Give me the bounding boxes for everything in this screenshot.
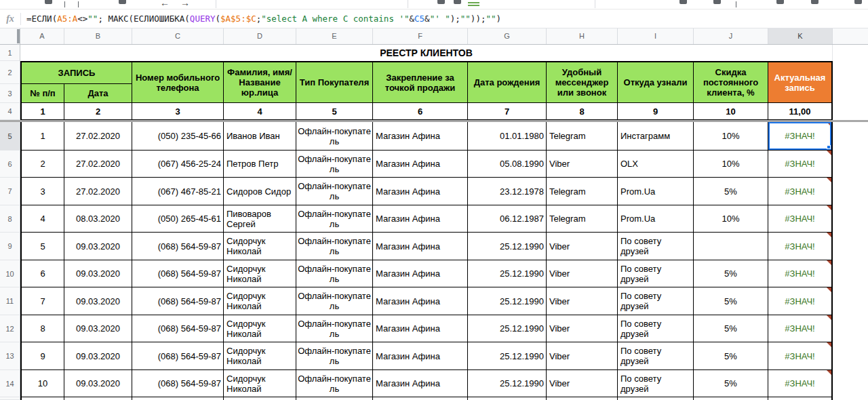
cell-K14[interactable]: #ЗНАЧ!: [768, 370, 833, 397]
header-discount[interactable]: Скидка постоянного клиента, %: [694, 61, 768, 103]
cell-F8[interactable]: Магазин Афина: [373, 205, 468, 233]
cell-E8[interactable]: Офлайн-покупатель: [296, 205, 373, 233]
cell-G15[interactable]: [468, 397, 547, 400]
cell-D14[interactable]: Сидорчук Николай: [224, 370, 296, 397]
row-header-9[interactable]: 9: [0, 233, 20, 260]
cell-A6[interactable]: 2: [20, 151, 64, 178]
cell-H4[interactable]: 8: [547, 103, 618, 120]
cell-F13[interactable]: Магазин Афина: [373, 342, 468, 370]
cell-K6[interactable]: #ЗНАЧ!: [768, 151, 833, 178]
cell-K11[interactable]: #ЗНАЧ!: [768, 287, 833, 315]
cell-A4[interactable]: 1: [20, 103, 64, 120]
row-header-15[interactable]: [0, 397, 20, 400]
cell-C6[interactable]: (067) 456-25-24: [132, 151, 224, 178]
cell-A12[interactable]: 8: [20, 315, 64, 342]
cell-C11[interactable]: (068) 564-59-87: [132, 287, 224, 315]
cell-A15[interactable]: [20, 397, 64, 400]
cell-E5[interactable]: Офлайн-покупатель: [296, 122, 373, 151]
cell-E13[interactable]: Офлайн-покупатель: [296, 342, 373, 370]
cell-I15[interactable]: [618, 397, 694, 400]
cell-D10[interactable]: Сидорчук Николай: [224, 260, 296, 287]
cell-B8[interactable]: 08.03.2020: [64, 205, 132, 233]
cell-F11[interactable]: Магазин Афина: [373, 287, 468, 315]
header-phone[interactable]: Номер мобильного телефона: [132, 61, 224, 103]
fill-handle[interactable]: [827, 145, 831, 149]
cell-B6[interactable]: 27.02.2020: [64, 151, 132, 178]
cell-K9[interactable]: #ЗНАЧ!: [768, 233, 833, 260]
cell-A14[interactable]: 10: [20, 370, 64, 397]
column-header-B[interactable]: B: [64, 28, 132, 44]
cell-E9[interactable]: Офлайн-покупатель: [296, 233, 373, 260]
right-arrow-icon[interactable]: →: [180, 0, 190, 8]
cell-I12[interactable]: По совету друзей: [618, 315, 694, 342]
cell-C10[interactable]: (068) 564-59-87: [132, 260, 224, 287]
cell-B10[interactable]: 09.03.2020: [64, 260, 132, 287]
cell-I13[interactable]: По совету друзей: [618, 342, 694, 370]
cell-E11[interactable]: Офлайн-покупатель: [296, 287, 373, 315]
cell-D12[interactable]: Сидорчук Николай: [224, 315, 296, 342]
cell-G7[interactable]: 23.12.1978: [468, 178, 547, 205]
toolbar-icon[interactable]: [45, 0, 52, 4]
cell-D9[interactable]: Сидорчук Николай: [224, 233, 296, 260]
cell-D5[interactable]: Иванов Иван: [224, 122, 296, 151]
cell-B13[interactable]: 09.03.2020: [64, 342, 132, 370]
column-header-I[interactable]: I: [618, 28, 694, 44]
cell-B9[interactable]: 09.03.2020: [64, 233, 132, 260]
header-birth[interactable]: Дата рождения: [468, 61, 547, 103]
cell-I4[interactable]: 9: [618, 103, 694, 120]
cell-G8[interactable]: 06.12.1987: [468, 205, 547, 233]
row-header-11[interactable]: 11: [0, 287, 20, 315]
cell-A8[interactable]: 4: [20, 205, 64, 233]
toolbar-icon[interactable]: [713, 0, 721, 4]
cell-H8[interactable]: Telegram: [547, 205, 618, 233]
cell-I9[interactable]: По совету друзей: [618, 233, 694, 260]
cell-D6[interactable]: Петров Петр: [224, 151, 296, 178]
cell-K4[interactable]: 11,00: [768, 103, 833, 120]
cell-G11[interactable]: 25.12.1990: [468, 287, 547, 315]
cell-D13[interactable]: Сидорчук Николай: [224, 342, 296, 370]
cell-J6[interactable]: 10%: [694, 151, 768, 178]
cell-H10[interactable]: Viber: [547, 260, 618, 287]
cell-A7[interactable]: 3: [20, 178, 64, 205]
cell-B5[interactable]: 27.02.2020: [64, 122, 132, 151]
row-header-1[interactable]: 1: [0, 45, 20, 61]
cell-D11[interactable]: Сидорчук Николай: [224, 287, 296, 315]
cell-H9[interactable]: Viber: [547, 233, 618, 260]
cell-J15[interactable]: [694, 397, 768, 400]
cell-J5[interactable]: 10%: [694, 122, 768, 151]
toolbar-icon[interactable]: [119, 0, 126, 4]
cell-E14[interactable]: Офлайн-покупатель: [296, 370, 373, 397]
row-header-10[interactable]: 10: [0, 260, 20, 287]
cell-J11[interactable]: 5%: [694, 287, 768, 315]
cell-B14[interactable]: 09.03.2020: [64, 370, 132, 397]
row-header-6[interactable]: 6: [0, 151, 20, 178]
row-header-3[interactable]: 3: [0, 84, 20, 103]
cell-C15[interactable]: [132, 397, 224, 400]
cell-I10[interactable]: По совету друзей: [618, 260, 694, 287]
select-all-corner[interactable]: [0, 28, 20, 44]
cell-K5[interactable]: #ЗНАЧ!: [768, 122, 833, 151]
cell-A10[interactable]: 6: [20, 260, 64, 287]
column-header-G[interactable]: G: [468, 28, 547, 44]
column-header-F[interactable]: F: [373, 28, 468, 44]
cell-G5[interactable]: 01.01.1980: [468, 122, 547, 151]
cell-G14[interactable]: 25.12.1990: [468, 370, 547, 397]
cell-J12[interactable]: 5%: [694, 315, 768, 342]
cell-D7[interactable]: Сидоров Сидор: [224, 178, 296, 205]
cell-J13[interactable]: 5%: [694, 342, 768, 370]
row-header-13[interactable]: 13: [0, 342, 20, 370]
left-arrow-icon[interactable]: ←: [160, 0, 170, 8]
column-header-H[interactable]: H: [547, 28, 618, 44]
cell-J4[interactable]: 10: [694, 103, 768, 120]
cell-K13[interactable]: #ЗНАЧ!: [768, 342, 833, 370]
cell-C7[interactable]: (067) 467-85-21: [132, 178, 224, 205]
cell-F9[interactable]: Магазин Афина: [373, 233, 468, 260]
cell-K15[interactable]: [768, 397, 833, 400]
column-header-C[interactable]: C: [132, 28, 224, 44]
frozen-handle[interactable]: [17, 29, 20, 43]
cell-C13[interactable]: (068) 564-59-87: [132, 342, 224, 370]
cell-F7[interactable]: Магазин Афина: [373, 178, 468, 205]
cell-C9[interactable]: (068) 564-59-87: [132, 233, 224, 260]
cell-K12[interactable]: #ЗНАЧ!: [768, 315, 833, 342]
cell-B7[interactable]: 27.02.2020: [64, 178, 132, 205]
